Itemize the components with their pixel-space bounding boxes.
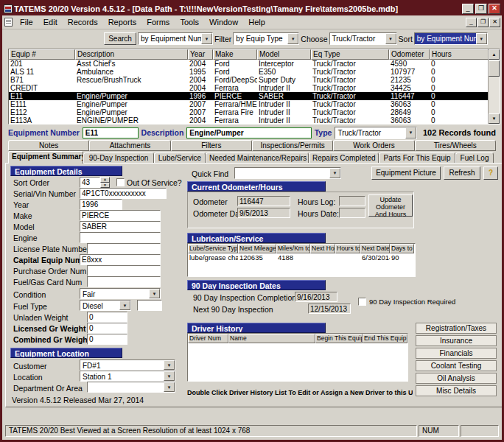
description-field[interactable]: Engine/Pumper	[186, 127, 311, 138]
table-row[interactable]: E112 Engine/Pumper 2007 Ferrara Fire Int…	[9, 108, 500, 116]
tab-repairs-completed[interactable]: Repairs Completed	[309, 152, 379, 164]
insurance-button[interactable]: Insurance	[416, 335, 497, 346]
license-plate-input[interactable]	[87, 243, 161, 254]
driver-col-end[interactable]: End This Equip	[363, 334, 407, 343]
chevron-down-icon[interactable]: ▼	[164, 371, 175, 381]
maximize-button[interactable]: ❐	[475, 4, 487, 14]
refresh-button[interactable]: Refresh	[444, 166, 480, 180]
tab-equipment-summary[interactable]: Equipment Summary	[8, 151, 83, 164]
driver-col-name[interactable]: Name	[228, 334, 315, 343]
customer-combo[interactable]: FD#1 ▼	[80, 359, 175, 371]
help-button[interactable]: ?	[483, 166, 498, 180]
lube-col-days-to-go[interactable]: Days to go	[390, 244, 414, 253]
choose-combo[interactable]: Truck/Tractor ▼	[329, 32, 397, 45]
registration-taxes-button[interactable]: Registration/Taxes	[416, 323, 497, 334]
equipment-picture-button[interactable]: Equipment Picture	[371, 166, 441, 180]
column-header-equip[interactable]: Equip #	[9, 49, 75, 60]
tab-inspections-permits[interactable]: Inspections/Permits	[252, 140, 333, 151]
licensed-gr-weight-input[interactable]	[87, 323, 127, 334]
chevron-down-icon[interactable]: ▼	[385, 33, 396, 44]
purchase-order-input[interactable]	[87, 265, 161, 276]
scroll-up-icon[interactable]: ▲	[489, 49, 500, 60]
chevron-down-icon[interactable]: ▼	[164, 382, 175, 392]
scrollbar-thumb[interactable]	[489, 60, 500, 77]
mdi-restore-button[interactable]: ❐	[477, 18, 489, 27]
table-row[interactable]: B71 Rescue/BrushTruck 2004 Ford/DeepSo S…	[9, 76, 500, 84]
document-icon[interactable]	[4, 18, 13, 27]
scroll-down-icon[interactable]: ▼	[489, 113, 500, 124]
table-row[interactable]: E111 Engine/Pumper 2007 Ferrara/HME Intr…	[9, 100, 500, 108]
table-row[interactable]: CREDIT 2004 Ferrara Intruder II Truck/Tr…	[9, 84, 500, 92]
chevron-down-icon[interactable]: ▼	[149, 289, 160, 298]
sort-by-combo[interactable]: by Equipment Num ▼	[414, 32, 488, 45]
year-input[interactable]	[80, 199, 122, 210]
mdi-minimize-button[interactable]: _	[466, 18, 477, 27]
table-row[interactable]: E113A ENGINE/PUMPER 2004 Ferrara Intrude…	[9, 116, 500, 124]
title-bar[interactable]: TATEMS 20/20 Version 4.5.12 - [Data Path…	[2, 2, 502, 15]
tab-attachments[interactable]: Attachments	[89, 140, 170, 151]
table-row-selected[interactable]: E11 Engine/Pumper 1996 PIERCE SABER Truc…	[9, 92, 500, 100]
lube-col-next-mileage[interactable]: Next Mileage/Km	[238, 244, 276, 253]
sort-order-stepper[interactable]: ▲ ▼	[100, 177, 110, 188]
tab-needed-maintenance-repairs[interactable]: Needed Maintenance/Repairs	[206, 152, 309, 164]
column-header-hours[interactable]: Hours	[430, 49, 489, 60]
close-button[interactable]: ✕	[489, 4, 500, 14]
menu-file[interactable]: File	[15, 16, 38, 28]
model-input[interactable]	[80, 221, 161, 232]
fuel-type-combo[interactable]: Diesel ▼	[80, 300, 131, 311]
driver-col-num[interactable]: Driver Num	[188, 334, 228, 343]
inspection-required-checkbox[interactable]	[358, 298, 366, 306]
grid-scrollbar[interactable]: ▲ ▼	[488, 49, 500, 124]
chevron-down-icon[interactable]: ▼	[164, 360, 175, 370]
tab-filters[interactable]: Filters	[171, 140, 252, 151]
search-button[interactable]: Search	[104, 32, 136, 45]
menu-window[interactable]: Window	[204, 16, 243, 28]
menu-forms[interactable]: Forms	[141, 16, 175, 28]
lube-col-hours-to-go[interactable]: Hours to go	[335, 244, 360, 253]
combined-gr-weight-input[interactable]	[87, 334, 127, 345]
menu-edit[interactable]: Edit	[38, 16, 63, 28]
coolant-testing-button[interactable]: Coolant Testing	[416, 360, 497, 371]
tab-work-orders[interactable]: Work Orders	[333, 140, 414, 151]
lube-row[interactable]: lube/grease chassis 120635 4188 6/30/201…	[188, 253, 415, 262]
menu-reports[interactable]: Reports	[103, 16, 142, 28]
lube-col-next-date[interactable]: Next Date	[360, 244, 390, 253]
column-header-model[interactable]: Model	[257, 49, 311, 60]
minimize-button[interactable]: _	[462, 4, 474, 14]
spin-up-icon[interactable]: ▲	[100, 177, 110, 183]
tab-notes[interactable]: Notes	[8, 140, 89, 151]
table-row[interactable]: 201 Asst Chief's 2004 Ford Interceptor T…	[9, 60, 500, 68]
search-by-combo[interactable]: by Equipment Num ▼	[138, 32, 213, 45]
tab-fuel-log[interactable]: Fuel Log	[455, 152, 494, 164]
equipment-number-field[interactable]: E11	[83, 127, 139, 138]
column-header-eqtype[interactable]: Eq Type	[311, 49, 389, 60]
fuel-type-extra-input[interactable]	[137, 300, 162, 311]
department-combo[interactable]: ▼	[87, 382, 175, 393]
column-header-year[interactable]: Year	[188, 49, 213, 60]
table-row[interactable]: ALS 11 Ambulance 1995 Ford E350 Truck/Tr…	[9, 68, 500, 76]
serial-vin-input[interactable]	[80, 188, 167, 199]
sort-order-input[interactable]	[80, 177, 100, 188]
menu-tools[interactable]: Tools	[175, 16, 204, 28]
mdi-close-button[interactable]: ✕	[489, 18, 500, 27]
make-input[interactable]	[80, 210, 161, 221]
column-header-description[interactable]: Description	[75, 49, 188, 60]
tab-lube-service[interactable]: Lube/Service	[154, 152, 206, 164]
tab-tires-wheels[interactable]: Tires/Wheels	[415, 140, 496, 151]
quick-find-combo[interactable]: ▼	[234, 167, 341, 179]
condition-combo[interactable]: Fair ▼	[80, 288, 161, 299]
menu-records[interactable]: Records	[63, 16, 103, 28]
location-combo[interactable]: Station 1 ▼	[80, 371, 175, 382]
financials-button[interactable]: Financials	[416, 348, 497, 359]
lube-col-miles-to-go[interactable]: Miles/Km to go	[276, 244, 310, 253]
menu-help[interactable]: Help	[243, 16, 270, 28]
chevron-down-icon[interactable]: ▼	[287, 33, 298, 44]
lube-col-type[interactable]: Lube/Service Type	[188, 244, 238, 253]
capital-equip-input[interactable]	[80, 254, 161, 265]
update-odometer-button[interactable]: Update Odometer And Hours	[368, 194, 413, 217]
fuel-card-input[interactable]	[87, 276, 161, 287]
type-combo[interactable]: Truck/Tractor ▼	[335, 127, 417, 139]
unladen-weight-input[interactable]	[87, 312, 127, 323]
driver-history-list[interactable]: Driver Num Name Begin This Equip End Thi…	[187, 333, 408, 382]
chevron-down-icon[interactable]: ▼	[119, 301, 130, 310]
